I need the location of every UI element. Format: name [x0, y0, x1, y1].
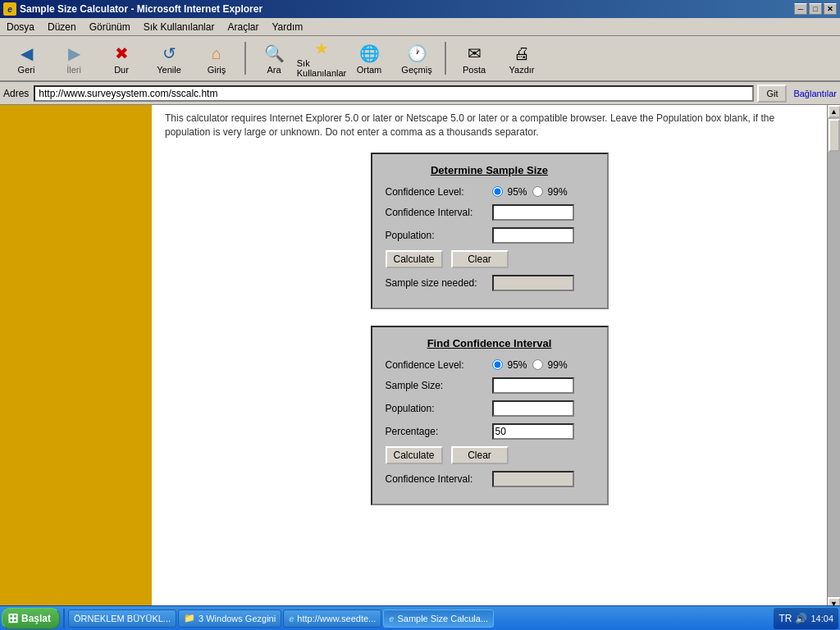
population-row-1: Population:: [386, 227, 594, 244]
refresh-button[interactable]: ↺ Yenile: [146, 38, 192, 79]
confidence-level-row-1: Confidence Level: 95% 99%: [386, 186, 594, 198]
minimize-button[interactable]: ─: [794, 3, 807, 15]
calculate-button-1[interactable]: Calculate: [386, 250, 443, 268]
confidence-interval-output-label: Confidence Interval:: [386, 473, 492, 485]
sample-size-label-2: Sample Size:: [386, 380, 492, 391]
percentage-input[interactable]: [492, 423, 574, 440]
close-button[interactable]: ✕: [824, 3, 837, 15]
links-label[interactable]: Bağlantılar: [793, 89, 837, 98]
mail-button[interactable]: ✉ Posta: [451, 38, 497, 79]
population-label-1: Population:: [386, 230, 492, 241]
radio-99-label-1: 99%: [548, 186, 568, 198]
find-confidence-interval-box: Find Confidence Interval Confidence Leve…: [371, 326, 609, 505]
taskbar-time: 14:04: [810, 614, 833, 623]
population-label-2: Population:: [386, 403, 492, 414]
scroll-thumb[interactable]: [829, 119, 840, 152]
confidence-interval-input-1[interactable]: [492, 204, 574, 221]
radio-99-1[interactable]: [532, 186, 543, 197]
back-button[interactable]: ◀ Geri: [3, 38, 49, 79]
population-input-1[interactable]: [492, 227, 574, 244]
calculate-button-2[interactable]: Calculate: [386, 446, 443, 464]
radio-95-2[interactable]: [492, 359, 503, 370]
radio-99-2[interactable]: [532, 359, 543, 370]
window-controls: ─ □ ✕: [794, 3, 837, 15]
menu-dosya[interactable]: Dosya: [0, 20, 41, 34]
menu-duzen[interactable]: Düzen: [41, 20, 83, 34]
radio-95-1[interactable]: [492, 186, 503, 197]
confidence-level-radio-group-1: 95% 99%: [492, 186, 568, 198]
start-button[interactable]: ⊞ Başlat: [2, 608, 60, 629]
taskbar-btn-1-label: ÖRNEKLEM BÜYÜKL...: [74, 614, 171, 623]
history-icon: 🕐: [405, 42, 428, 65]
stop-icon: ✖: [110, 42, 133, 65]
main-area: This calculator requires Internet Explor…: [0, 105, 840, 610]
print-icon: 🖨: [510, 42, 533, 65]
taskbar-btn-4-label: Sample Size Calcula...: [397, 614, 488, 623]
scroll-up-button[interactable]: ▲: [828, 105, 841, 118]
sample-size-row-2: Sample Size:: [386, 377, 594, 394]
stop-button[interactable]: ✖ Dur: [98, 38, 144, 79]
menu-gorunum[interactable]: Görünüm: [83, 20, 137, 34]
taskbar-btn-3-label: http://www.seedte...: [297, 614, 376, 623]
taskbar-btn-1[interactable]: ÖRNEKLEM BÜYÜKL...: [68, 609, 176, 628]
confidence-interval-output-row: Confidence Interval:: [386, 471, 594, 487]
taskbar-tray: TR 🔊 14:04: [774, 608, 838, 629]
clear-button-1[interactable]: Clear: [451, 250, 509, 268]
media-button[interactable]: 🌐 Ortam: [346, 38, 392, 79]
radio-95-label-1: 95%: [508, 186, 527, 198]
taskbar-btn-3[interactable]: e http://www.seedte...: [283, 609, 381, 628]
clear-button-2[interactable]: Clear: [451, 446, 509, 464]
refresh-icon: ↺: [158, 42, 180, 65]
scrollbar: ▲ ▼: [827, 105, 840, 610]
percentage-row: Percentage:: [386, 423, 594, 440]
scroll-track[interactable]: [828, 118, 841, 597]
find-confidence-interval-title: Find Confidence Interval: [386, 337, 594, 349]
star-icon: ★: [310, 39, 333, 58]
go-button[interactable]: Git: [757, 84, 787, 103]
toolbar-separator-1: [244, 42, 246, 75]
taskbar: ⊞ Başlat ÖRNEKLEM BÜYÜKL... 📁 3 Windows …: [0, 605, 840, 630]
percentage-label: Percentage:: [386, 426, 492, 437]
search-button[interactable]: 🔍 Ara: [251, 38, 297, 79]
menu-sikkullanilan[interactable]: Sık Kullanılanlar: [137, 20, 221, 34]
taskbar-btn-2-label: 3 Windows Gezgini: [199, 614, 276, 623]
menu-yardim[interactable]: Yardım: [265, 20, 309, 34]
address-label: Adres: [3, 88, 29, 99]
population-input-2[interactable]: [492, 400, 574, 417]
sample-size-input-2[interactable]: [492, 377, 574, 394]
confidence-interval-row-1: Confidence Interval:: [386, 204, 594, 221]
taskbar-btn-2-icon: 📁: [184, 613, 195, 623]
tray-volume-icon: 🔊: [795, 613, 807, 624]
media-icon: 🌐: [358, 42, 381, 65]
forward-button[interactable]: ▶ İleri: [51, 38, 97, 79]
forward-icon: ▶: [62, 42, 85, 65]
title-bar: e Sample Size Calculator - Microsoft Int…: [0, 0, 840, 18]
determine-sample-size-title: Determine Sample Size: [386, 164, 594, 176]
print-button[interactable]: 🖨 Yazdır: [499, 38, 545, 79]
button-row-1: Calculate Clear: [386, 250, 594, 268]
restore-button[interactable]: □: [809, 3, 822, 15]
taskbar-btn-4-icon: e: [389, 614, 394, 623]
content-area: This calculator requires Internet Explor…: [152, 105, 827, 610]
history-button[interactable]: 🕐 Geçmiş: [394, 38, 440, 79]
button-row-2: Calculate Clear: [386, 446, 594, 464]
start-icon: ⊞: [7, 610, 18, 626]
home-button[interactable]: ⌂ Giriş: [194, 38, 240, 79]
confidence-interval-label-1: Confidence Interval:: [386, 207, 492, 218]
sample-size-label: Sample size needed:: [386, 277, 492, 289]
sample-size-output: [492, 275, 574, 291]
radio-99-label-2: 99%: [548, 359, 568, 371]
taskbar-btn-4[interactable]: e Sample Size Calcula...: [383, 609, 494, 628]
search-icon: 🔍: [262, 42, 285, 65]
tray-lang: TR: [778, 613, 792, 624]
menu-araclar[interactable]: Araçlar: [221, 20, 265, 34]
back-icon: ◀: [15, 42, 38, 65]
left-sidebar: [0, 105, 152, 610]
taskbar-btn-3-icon: e: [289, 614, 294, 623]
determine-sample-size-box: Determine Sample Size Confidence Level: …: [371, 153, 609, 309]
confidence-interval-output: [492, 471, 574, 487]
window-icon: e: [3, 2, 16, 16]
favorites-button[interactable]: ★ Sık Kullanılanlar: [299, 38, 345, 79]
address-input[interactable]: [34, 85, 754, 102]
taskbar-btn-2[interactable]: 📁 3 Windows Gezgini: [178, 609, 281, 628]
